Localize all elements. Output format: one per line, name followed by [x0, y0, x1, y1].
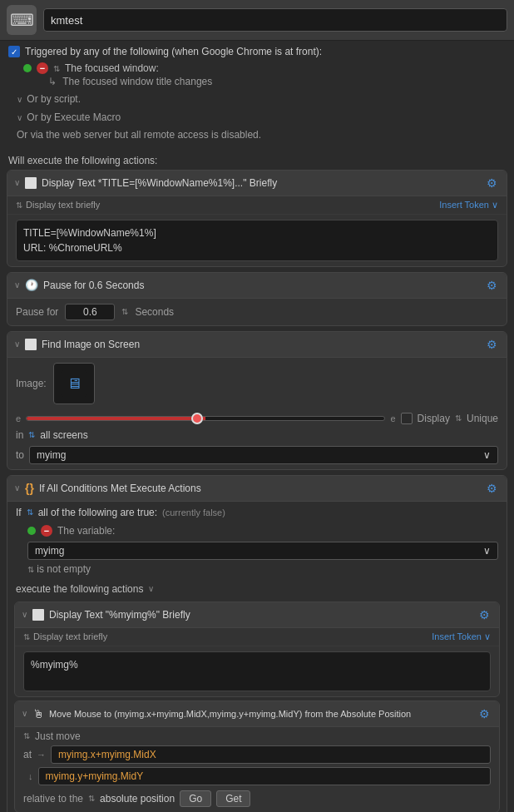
if-label: If	[16, 507, 22, 518]
display-text-1-sublabel-row: ⇅ Display text briefly Insert Token ∨	[7, 196, 507, 215]
execute-disclosure-icon: ∨	[148, 584, 154, 593]
display-text-2-title: Display Text "%myimg%" Briefly	[49, 609, 471, 621]
header: ⌨	[0, 0, 514, 41]
move-mouse-header: ∨ 🖱 Move Mouse to (myimg.x+myimg.MidX,my…	[15, 701, 499, 727]
find-image-gear-button[interactable]: ⚙	[483, 336, 500, 353]
will-execute-label: Will execute the following actions:	[0, 151, 514, 170]
trigger-main-row: ✓ Triggered by any of the following (whe…	[8, 46, 506, 57]
display-text-1-line2: URL: %ChromeURL%	[23, 240, 491, 255]
arrow-down-icon: ↓	[28, 771, 33, 781]
at-row: at → myimg.x+myimg.MidX	[15, 744, 499, 765]
pause-body: Pause for ⇅ Seconds	[7, 299, 507, 325]
display-text-2-sublabel: Display text briefly	[33, 631, 107, 641]
display-text-1-insert-token[interactable]: Insert Token ∨	[439, 200, 498, 210]
display-text-1-content[interactable]: TITLE=[%WindowName%1%] URL: %ChromeURL%	[16, 220, 498, 261]
display-checkbox[interactable]	[401, 413, 413, 424]
unique-spinner-icon[interactable]: ⇅	[455, 413, 462, 423]
coord-y-row: ↓ myimg.y+myimg.MidY	[15, 765, 499, 787]
just-move-row: ⇅ Just move	[15, 727, 499, 744]
slider-right-label: e	[390, 413, 395, 423]
image-label: Image:	[16, 378, 47, 389]
conditions-title: If All Conditions Met Execute Actions	[39, 483, 478, 494]
focused-window-label: The focused window:	[65, 62, 159, 74]
coord-x-value: myimg.x+myimg.MidX	[58, 749, 156, 760]
all-following-label: all of the following are true:	[38, 507, 157, 518]
green-dot-icon	[23, 64, 32, 72]
display-text-2-spinner-icon[interactable]: ⇅	[23, 632, 30, 641]
spinner-icon[interactable]: ⇅	[53, 64, 60, 73]
to-dropdown[interactable]: myimg ∨	[29, 446, 498, 464]
abs-pos-spinner-icon[interactable]: ⇅	[88, 794, 95, 803]
macro-title-input[interactable]	[43, 8, 507, 32]
unique-label: Unique	[467, 413, 498, 424]
to-value: myimg	[37, 449, 66, 461]
red-minus-icon[interactable]: −	[37, 62, 48, 74]
screen-spinner-icon[interactable]: ⇅	[28, 430, 35, 439]
display-text-1-line1: TITLE=[%WindowName%1%]	[23, 225, 491, 240]
display-label: Display	[418, 413, 450, 424]
find-image-collapse-icon[interactable]: ∨	[14, 339, 20, 349]
trigger-item: − ⇅ The focused window:	[8, 61, 506, 76]
or-script-label: Or by script.	[27, 93, 81, 105]
pause-collapse-icon[interactable]: ∨	[14, 280, 20, 290]
to-row: to myimg ∨	[7, 444, 507, 469]
display-text-2-insert-token[interactable]: Insert Token ∨	[432, 631, 491, 642]
arrow-right-icon: →	[37, 750, 46, 760]
just-move-spinner-icon[interactable]: ⇅	[23, 731, 30, 740]
or-web-label: Or via the web server but all remote acc…	[17, 129, 261, 141]
pause-spinner-icon[interactable]: ⇅	[121, 307, 128, 316]
move-mouse-collapse-icon[interactable]: ∨	[22, 709, 27, 718]
abs-pos-label: absolute position	[100, 793, 175, 805]
pause-label: Pause for	[16, 306, 58, 318]
pause-value-input[interactable]	[65, 304, 115, 320]
display-text-1-spinner-icon[interactable]: ⇅	[16, 201, 22, 210]
or-web-row: Or via the web server but all remote acc…	[17, 126, 497, 145]
to-dropdown-arrow-icon: ∨	[483, 449, 491, 461]
move-mouse-title: Move Mouse to (myimg.x+myimg.MidX,myimg.…	[49, 709, 471, 719]
collapse-arrow-icon[interactable]: ∨	[14, 178, 20, 187]
move-mouse-gear-button[interactable]: ⚙	[476, 706, 492, 722]
if-spinner-icon[interactable]: ⇅	[27, 508, 33, 517]
display-text-2-gear-button[interactable]: ⚙	[476, 607, 492, 623]
svg-text:🖥: 🖥	[67, 375, 82, 392]
variable-label: The variable:	[57, 525, 115, 537]
conditions-block: ∨ {} If All Conditions Met Execute Actio…	[7, 475, 507, 812]
or-macro-label: Or by Execute Macro	[27, 111, 121, 123]
relative-label: relative to the	[23, 793, 83, 805]
display-text-2-content[interactable]: %myimg%	[23, 651, 491, 691]
variable-field[interactable]: myimg ∨	[27, 542, 498, 560]
go-button[interactable]: Go	[180, 790, 211, 807]
display-text-2-collapse-icon[interactable]: ∨	[22, 610, 27, 619]
variable-red-minus-icon[interactable]: −	[41, 525, 52, 537]
sub-trigger: ↳ The focused window title changes	[8, 76, 506, 87]
coord-x-field[interactable]: myimg.x+myimg.MidX	[51, 745, 491, 764]
var-dropdown-arrow-icon: ∨	[483, 545, 491, 557]
pause-title: Pause for 0.6 Seconds	[43, 280, 478, 291]
just-move-label: Just move	[35, 730, 81, 742]
move-mouse-icon: 🖱	[32, 707, 44, 720]
pause-header: ∨ 🕐 Pause for 0.6 Seconds ⚙	[7, 273, 507, 299]
display-text-1-gear-button[interactable]: ⚙	[483, 175, 500, 191]
is-not-empty-label: is not empty	[37, 563, 91, 575]
trigger-checkbox[interactable]: ✓	[8, 46, 20, 57]
is-not-empty-spinner-icon[interactable]: ⇅	[27, 565, 34, 574]
display-text-2-block: ∨ Display Text "%myimg%" Briefly ⚙ ⇅ Dis…	[14, 602, 500, 697]
conditions-collapse-icon[interactable]: ∨	[14, 483, 20, 493]
coord-y-field[interactable]: myimg.y+myimg.MidY	[38, 767, 492, 785]
sub-arrow-icon: ↳	[48, 76, 57, 87]
or-script-row: ∨ Or by script.	[17, 91, 497, 109]
is-not-empty-row: ⇅ is not empty	[7, 562, 507, 580]
conditions-gear-button[interactable]: ⚙	[483, 480, 500, 497]
or-links: ∨ Or by script. ∨ Or by Execute Macro Or…	[8, 89, 506, 146]
curly-brace-icon: {}	[25, 482, 34, 495]
image-thumb[interactable]: 🖥	[53, 363, 95, 404]
find-image-square-icon	[25, 339, 37, 350]
pause-gear-button[interactable]: ⚙	[483, 277, 500, 294]
pause-block: ∨ 🕐 Pause for 0.6 Seconds ⚙ Pause for ⇅ …	[7, 272, 507, 326]
trigger-section: ✓ Triggered by any of the following (whe…	[0, 41, 514, 151]
disclosure-arrow2-icon: ∨	[17, 113, 22, 122]
display-text-1-block: ∨ Display Text *TITLE=[%WindowName%1%]..…	[7, 170, 507, 267]
display-text-1-header: ∨ Display Text *TITLE=[%WindowName%1%]..…	[7, 171, 507, 196]
get-button[interactable]: Get	[216, 790, 250, 807]
at-label: at	[23, 749, 32, 760]
